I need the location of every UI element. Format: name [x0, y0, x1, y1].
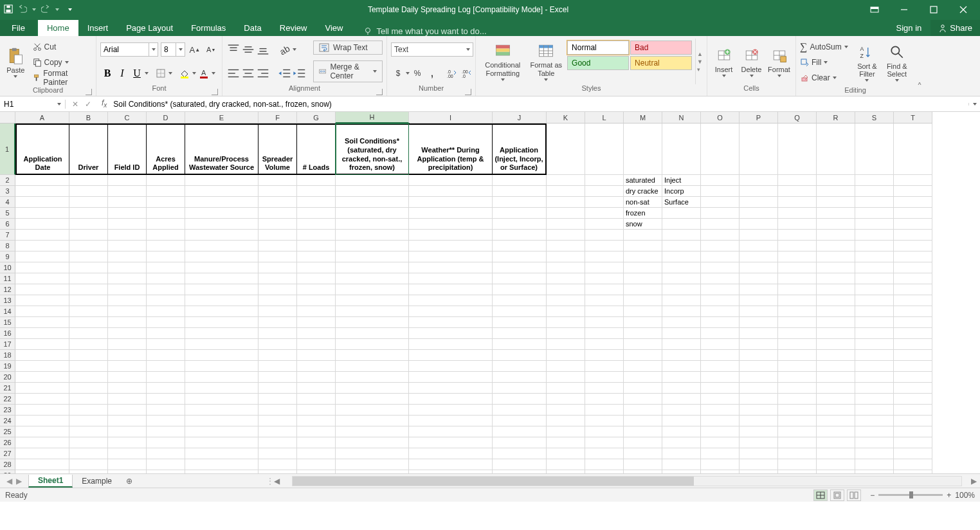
cell[interactable]: [297, 241, 336, 251]
cell[interactable]: [108, 284, 147, 295]
cell[interactable]: [69, 230, 108, 241]
cell[interactable]: [624, 361, 662, 372]
cell[interactable]: [585, 426, 624, 437]
cell[interactable]: [817, 241, 855, 251]
cell[interactable]: [493, 197, 547, 208]
cell[interactable]: [547, 339, 585, 350]
cell[interactable]: Manure/Process Wastewater Source: [185, 123, 259, 175]
column-header[interactable]: N: [662, 112, 701, 123]
bold-button[interactable]: B: [100, 66, 114, 80]
cell[interactable]: [740, 350, 778, 361]
cell[interactable]: [817, 208, 855, 219]
cell[interactable]: [15, 372, 69, 383]
cell[interactable]: [778, 175, 817, 186]
cell[interactable]: [855, 350, 894, 361]
cell[interactable]: [69, 459, 108, 470]
cell[interactable]: [493, 219, 547, 230]
column-header[interactable]: E: [185, 112, 259, 123]
cell[interactable]: [15, 284, 69, 295]
cell[interactable]: [662, 426, 701, 437]
cell[interactable]: [547, 251, 585, 262]
cell[interactable]: [817, 405, 855, 416]
row-header[interactable]: 22: [0, 394, 15, 405]
cell[interactable]: [894, 372, 932, 383]
cell[interactable]: [855, 372, 894, 383]
zoom-in-icon[interactable]: +: [947, 491, 951, 500]
cell[interactable]: [147, 350, 185, 361]
cell[interactable]: [147, 186, 185, 197]
column-header[interactable]: M: [624, 112, 662, 123]
cell[interactable]: [336, 186, 409, 197]
cell[interactable]: [69, 383, 108, 394]
cell[interactable]: [894, 208, 932, 219]
cell[interactable]: [69, 175, 108, 186]
cell[interactable]: [15, 186, 69, 197]
cell[interactable]: [817, 273, 855, 284]
close-icon[interactable]: [949, 0, 977, 19]
cell[interactable]: [336, 394, 409, 405]
cell[interactable]: [817, 437, 855, 448]
clear-button[interactable]: Clear: [800, 71, 851, 85]
cell[interactable]: [297, 328, 336, 339]
cell[interactable]: [701, 262, 740, 273]
cell[interactable]: [147, 262, 185, 273]
cell[interactable]: [701, 317, 740, 328]
cell[interactable]: [185, 186, 259, 197]
cell[interactable]: [336, 459, 409, 470]
cell[interactable]: [259, 241, 297, 251]
cell[interactable]: [547, 219, 585, 230]
column-header[interactable]: I: [409, 112, 493, 123]
cell[interactable]: [624, 437, 662, 448]
increase-decimal-icon[interactable]: .0.00: [444, 66, 458, 80]
cell[interactable]: [493, 328, 547, 339]
cell[interactable]: [297, 230, 336, 241]
cell[interactable]: [855, 383, 894, 394]
cell[interactable]: [185, 405, 259, 416]
cell[interactable]: [336, 470, 409, 473]
cell[interactable]: [585, 262, 624, 273]
cell[interactable]: [108, 186, 147, 197]
cell[interactable]: [15, 262, 69, 273]
cell[interactable]: [493, 284, 547, 295]
cell[interactable]: [336, 251, 409, 262]
cell[interactable]: [547, 241, 585, 251]
cell[interactable]: [894, 219, 932, 230]
find-select-button[interactable]: Find & Select: [884, 39, 911, 86]
column-header[interactable]: T: [894, 112, 932, 123]
cell[interactable]: Inject: [662, 175, 701, 186]
zoom-level-label[interactable]: 100%: [955, 491, 975, 500]
cell[interactable]: [259, 339, 297, 350]
cell[interactable]: [69, 426, 108, 437]
cell[interactable]: [740, 251, 778, 262]
cell[interactable]: [624, 405, 662, 416]
cell[interactable]: [147, 273, 185, 284]
accounting-format-icon[interactable]: $: [391, 66, 405, 80]
cell[interactable]: [147, 437, 185, 448]
column-header[interactable]: H: [336, 112, 409, 123]
cell[interactable]: [740, 383, 778, 394]
cell[interactable]: [701, 437, 740, 448]
cell[interactable]: [894, 394, 932, 405]
cell[interactable]: # Loads: [297, 123, 336, 175]
cell[interactable]: [740, 306, 778, 317]
cell[interactable]: [15, 416, 69, 426]
cell[interactable]: [701, 284, 740, 295]
cell[interactable]: [69, 251, 108, 262]
cell[interactable]: [701, 459, 740, 470]
cell[interactable]: [547, 197, 585, 208]
align-left-icon[interactable]: [226, 66, 240, 80]
hscroll-left-icon[interactable]: ◀: [274, 477, 283, 486]
cell[interactable]: [817, 175, 855, 186]
cell[interactable]: [185, 426, 259, 437]
cell[interactable]: [778, 186, 817, 197]
column-header[interactable]: L: [585, 112, 624, 123]
cell[interactable]: [297, 448, 336, 459]
row-header[interactable]: 21: [0, 383, 15, 394]
cell[interactable]: [15, 295, 69, 306]
cell[interactable]: [894, 470, 932, 473]
cell[interactable]: [259, 437, 297, 448]
cell[interactable]: [855, 361, 894, 372]
cell[interactable]: [493, 372, 547, 383]
cell[interactable]: [662, 339, 701, 350]
cell[interactable]: [409, 208, 493, 219]
